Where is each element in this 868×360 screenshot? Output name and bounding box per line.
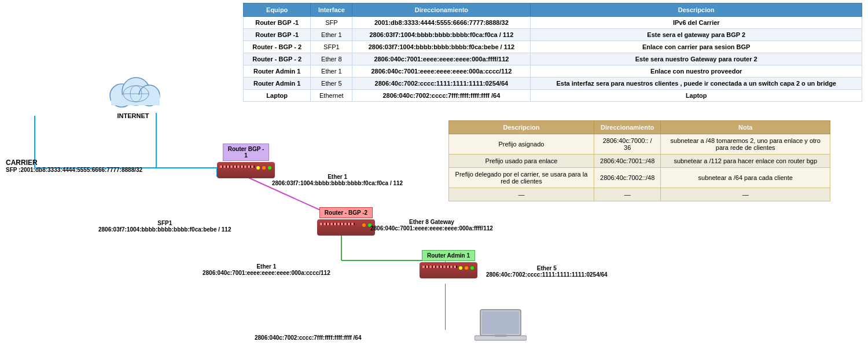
- main-cell-4-3: Enlace con nuestro proveedor: [531, 65, 862, 78]
- second-cell-0-2: subnetear a /48 tomaremos 2, uno para en…: [661, 134, 830, 155]
- router-admin1-icon: [420, 262, 477, 278]
- sfp1-label: SFP1 2806:03f7:1004:bbbb:bbbb:bbbb:f0ca:…: [98, 220, 231, 233]
- second-table-row: ———: [449, 188, 830, 201]
- router-admin1-label: Router Admin 1: [422, 250, 475, 261]
- router-admin1-dot3: [459, 266, 462, 270]
- main-cell-0-3: IPv6 del Carrier: [531, 17, 862, 29]
- second-cell-2-0: Prefijo delegado por el carrier, se usar…: [449, 168, 594, 188]
- internet-cloud: INTERNET: [98, 69, 168, 122]
- ether1-label-bgp1: Ether 1 2806:03f7:1004:bbbb:bbbb:bbbb:f0…: [272, 174, 403, 186]
- router-bgp2-label: Router - BGP -2: [319, 207, 373, 218]
- second-cell-1-0: Prefijo usado para enlace: [449, 155, 594, 168]
- second-cell-3-0: —: [449, 188, 594, 201]
- laptop-addr-label: 2806:040c:7002:cccc:7fff:ffff:ffff:ffff …: [255, 335, 362, 341]
- router-bgp1-dot1: [268, 166, 271, 170]
- main-cell-2-3: Enlace con carrier para sesion BGP: [531, 41, 862, 53]
- main-cell-1-3: Este sera el gateway para BGP 2: [531, 29, 862, 41]
- internet-label: INTERNET: [98, 112, 168, 119]
- second-table: Descripcion Direccionamiento Nota Prefij…: [448, 120, 830, 201]
- second-cell-0-1: 2806:40c:7000:: / 36: [594, 134, 661, 155]
- second-cell-1-2: subnetear a /112 para hacer enlace con r…: [661, 155, 830, 168]
- router-bgp1-icon: [217, 162, 275, 178]
- main-cell-3-3: Este sera nuestro Gateway para router 2: [531, 53, 862, 65]
- laptop-icon: [475, 307, 527, 348]
- second-cell-3-2: —: [661, 188, 830, 201]
- router-admin1-dot1: [470, 266, 474, 270]
- carrier-label: CARRIER SFP :2001:db8:3333:4444:5555:666…: [6, 159, 142, 173]
- col-descripcion: Descripcion: [531, 3, 862, 17]
- second-table-row: Prefijo delegado por el carrier, se usar…: [449, 168, 830, 188]
- svg-rect-18: [482, 311, 519, 334]
- router-bgp1-box: Router BGP -1: [217, 144, 275, 178]
- router-bgp1-label: Router BGP -1: [223, 144, 270, 161]
- router-bgp1-dot3: [256, 166, 260, 170]
- cloud-icon: [98, 69, 168, 110]
- router-admin1-dot2: [465, 266, 468, 270]
- second-cell-2-1: 2806:40c:7002::/48: [594, 168, 661, 188]
- second-cell-1-1: 2806:40c:7001::/48: [594, 155, 661, 168]
- main-cell-6-3: Laptop: [531, 90, 862, 102]
- second-cell-2-2: subnetear a /64 para cada cliente: [661, 168, 830, 188]
- ether5-label: Ether 5 2806:40c:7002:cccc:1111:1111:111…: [486, 265, 608, 278]
- col2-direccionamiento: Direccionamiento: [594, 121, 661, 134]
- second-table-row: Prefijo usado para enlace2806:40c:7001::…: [449, 155, 830, 168]
- router-bgp2-box: Router - BGP -2: [317, 207, 375, 236]
- router-bgp2-dot2: [362, 223, 366, 227]
- carrier-text: CARRIER: [6, 159, 142, 167]
- second-table-row: Prefijo asignado2806:40c:7000:: / 36subn…: [449, 134, 830, 155]
- col2-nota: Nota: [661, 121, 830, 134]
- second-cell-3-1: —: [594, 188, 661, 201]
- diagram-area: INTERNET CARRIER SFP :2001:db8:3333:4444…: [0, 0, 446, 360]
- router-bgp1-dot2: [262, 166, 266, 170]
- svg-rect-20: [495, 335, 506, 337]
- router-bgp2-icon: [317, 219, 375, 236]
- col2-descripcion: Descripcion: [449, 121, 594, 134]
- laptop-svg: [475, 307, 527, 347]
- main-cell-5-3: Esta interfaz sera para nuestros cliente…: [531, 78, 862, 90]
- ether8-label: Ether 8 Gateway 2806:040c:7001:eeee:eeee…: [370, 219, 493, 232]
- second-cell-0-0: Prefijo asignado: [449, 134, 594, 155]
- svg-rect-13: [111, 95, 160, 105]
- ether1-label-admin: Ether 1 2806:040c:7001:eeee:eeee:eeee:00…: [203, 263, 330, 276]
- router-admin1-box: Router Admin 1: [420, 250, 477, 278]
- carrier-sfp: SFP :2001:db8:3333:4444:5555:6666:7777:8…: [6, 167, 142, 173]
